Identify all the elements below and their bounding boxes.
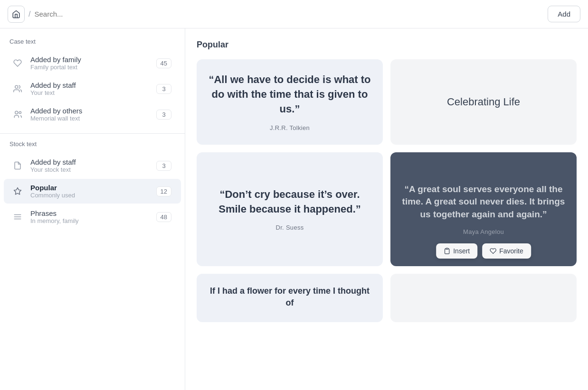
sidebar-item-phrases-badge: 48 — [156, 212, 171, 222]
breadcrumb-separator: / — [28, 10, 30, 19]
sidebar-item-popular-sub: Commonly used — [30, 192, 156, 199]
add-button[interactable]: Add — [548, 6, 580, 22]
card-maya[interactable]: “A great soul serves everyone all the ti… — [390, 152, 577, 266]
sidebar-item-staff-case-text: Added by staff Your text — [30, 81, 156, 96]
heart-icon — [13, 59, 27, 67]
sidebar-item-popular-badge: 12 — [156, 186, 171, 196]
favorite-button[interactable]: Favorite — [482, 243, 531, 259]
phrases-icon — [13, 213, 27, 221]
sidebar-item-others-text: Added by others Memorial wall text — [30, 107, 156, 122]
suess-quote: “Don’t cry because it’s over. Smile beca… — [208, 187, 371, 217]
sidebar-item-staff-case-sub: Your text — [30, 89, 156, 96]
star-icon — [13, 187, 27, 195]
sidebar-item-staff-stock-sub: Your stock text — [30, 166, 156, 173]
clipboard-icon — [444, 248, 450, 254]
sidebar-item-popular-title: Popular — [30, 184, 156, 192]
card-suess[interactable]: “Don’t cry because it’s over. Smile beca… — [197, 152, 383, 266]
sidebar-item-added-by-staff-stock[interactable]: Added by staff Your stock text 3 — [4, 153, 181, 178]
sidebar-item-family-title: Added by family — [30, 56, 156, 64]
sidebar-item-popular-text: Popular Commonly used — [30, 184, 156, 199]
sidebar-item-family-text: Added by family Family portal text — [30, 56, 156, 71]
maya-quote: “A great soul serves everyone all the ti… — [402, 183, 565, 221]
home-button[interactable] — [8, 6, 25, 23]
sidebar-item-others-title: Added by others — [30, 107, 156, 115]
sidebar-item-staff-case-badge: 3 — [156, 84, 171, 94]
sidebar-item-staff-case-title: Added by staff — [30, 81, 156, 89]
sidebar: Case text Added by family Family portal … — [0, 28, 185, 390]
cards-grid: “All we have to decide is what to do wit… — [197, 59, 577, 322]
tolkien-author: J.R.R. Tolkien — [270, 124, 310, 131]
card-maya-overlay: Insert Favorite — [436, 243, 531, 259]
sidebar-item-staff-stock-badge: 3 — [156, 161, 171, 171]
header: / Add — [0, 0, 588, 28]
insert-button[interactable]: Insert — [436, 243, 477, 259]
sidebar-item-added-by-family[interactable]: Added by family Family portal text 45 — [4, 51, 181, 75]
case-text-section-label: Case text — [0, 38, 185, 50]
sidebar-item-others-sub: Memorial wall text — [30, 115, 156, 122]
card-celebrating-life[interactable]: Celebrating Life — [390, 59, 577, 145]
sidebar-item-phrases[interactable]: Phrases In memory, family 48 — [4, 204, 181, 229]
sidebar-item-popular[interactable]: Popular Commonly used 12 — [4, 179, 181, 204]
favorite-label: Favorite — [499, 247, 523, 255]
main-layout: Case text Added by family Family portal … — [0, 28, 588, 390]
others-icon — [13, 110, 27, 119]
svg-point-1 — [15, 111, 18, 114]
svg-point-2 — [19, 111, 21, 114]
suess-author: Dr. Suess — [275, 224, 303, 231]
sidebar-item-added-by-others[interactable]: Added by others Memorial wall text 3 — [4, 102, 181, 127]
content-title: Popular — [197, 40, 577, 50]
celebrating-life-title: Celebrating Life — [447, 96, 520, 108]
sidebar-item-staff-stock-title: Added by staff — [30, 158, 156, 166]
svg-point-0 — [15, 85, 18, 88]
svg-marker-3 — [14, 188, 21, 195]
sidebar-item-staff-stock-text: Added by staff Your stock text — [30, 158, 156, 173]
card-flower-partial[interactable]: If I had a flower for every time I thoug… — [197, 274, 383, 322]
maya-author: Maya Angelou — [463, 228, 504, 235]
favorite-heart-icon — [490, 248, 496, 254]
insert-label: Insert — [453, 247, 470, 255]
card-tolkien[interactable]: “All we have to decide is what to do wit… — [197, 59, 383, 145]
file-icon — [13, 161, 27, 170]
sidebar-item-family-sub: Family portal text — [30, 64, 156, 71]
flower-quote: If I had a flower for every time I thoug… — [208, 285, 371, 309]
sidebar-item-phrases-title: Phrases — [30, 209, 156, 217]
staff-case-icon — [13, 84, 27, 93]
content-area: Popular “All we have to decide is what t… — [185, 28, 588, 390]
sidebar-item-phrases-sub: In memory, family — [30, 217, 156, 224]
stock-text-section-label: Stock text — [0, 140, 185, 152]
sidebar-item-added-by-staff-case[interactable]: Added by staff Your text 3 — [4, 76, 181, 101]
search-input[interactable] — [34, 10, 544, 18]
sidebar-divider-1 — [0, 133, 185, 134]
card-placeholder-right[interactable] — [390, 274, 577, 322]
svg-rect-7 — [446, 248, 448, 249]
sidebar-item-phrases-text: Phrases In memory, family — [30, 209, 156, 224]
sidebar-item-others-badge: 3 — [156, 110, 171, 120]
sidebar-item-family-badge: 45 — [156, 58, 171, 68]
tolkien-quote: “All we have to decide is what to do wit… — [208, 73, 371, 116]
